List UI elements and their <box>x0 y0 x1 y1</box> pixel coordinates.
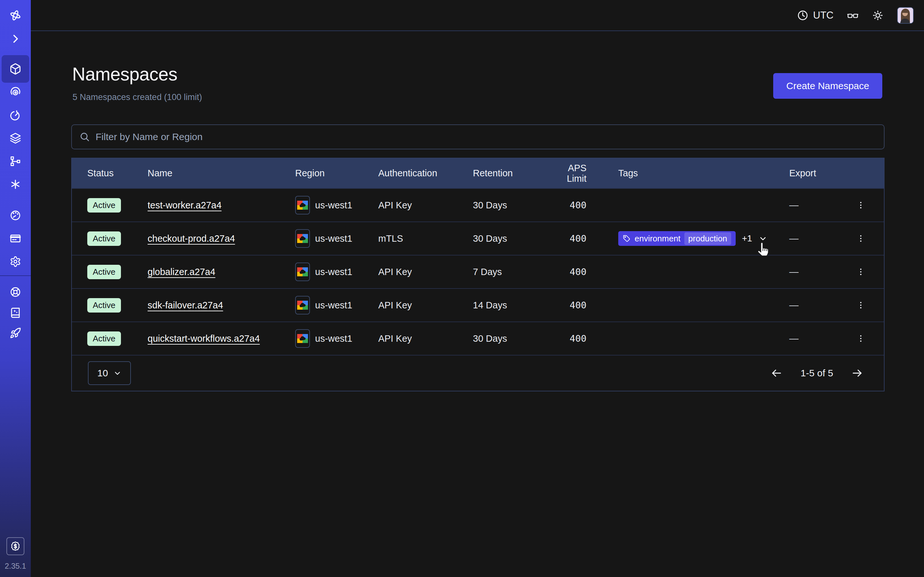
next-page-button[interactable] <box>851 367 863 379</box>
namespace-link[interactable]: globalizer.a27a4 <box>148 267 215 277</box>
namespace-link[interactable]: checkout-prod.a27a4 <box>148 234 235 243</box>
aps-limit-value: 400 <box>546 266 586 277</box>
sidebar-item-support[interactable] <box>0 280 31 303</box>
status-badge: Active <box>87 298 121 313</box>
table-row: Active checkout-prod.a27a4 us-west1 mTLS… <box>72 221 884 255</box>
create-namespace-button[interactable]: Create Namespace <box>773 73 882 99</box>
row-menu-button[interactable] <box>837 300 884 310</box>
status-badge: Active <box>87 198 121 213</box>
cube-icon <box>9 63 21 75</box>
topbar: UTC <box>31 0 924 31</box>
clock-icon <box>797 10 809 21</box>
timezone-button[interactable]: UTC <box>797 10 834 21</box>
pricing-badge-button[interactable] <box>6 537 24 555</box>
row-menu-button[interactable] <box>837 267 884 277</box>
sidebar-item-getting-started[interactable] <box>0 322 31 345</box>
namespaces-table: Status Name Region Authentication Retent… <box>71 158 885 392</box>
auth-label: API Key <box>378 200 473 211</box>
col-header-name: Name <box>148 168 295 179</box>
region-label: us-west1 <box>315 200 352 211</box>
export-value: — <box>789 300 837 311</box>
status-badge: Active <box>87 332 121 346</box>
timezone-label: UTC <box>813 10 834 21</box>
aps-limit-value: 400 <box>546 233 586 244</box>
gauge-icon <box>10 210 21 221</box>
sidebar-item-billing[interactable] <box>0 227 31 250</box>
auth-label: mTLS <box>378 234 473 244</box>
previous-page-button[interactable] <box>771 367 782 379</box>
tag-key: environment <box>635 234 680 243</box>
sidebar-divider <box>0 276 31 276</box>
tag-icon <box>623 235 631 243</box>
status-badge: Active <box>87 265 121 279</box>
col-header-export: Export <box>789 168 837 179</box>
sidebar-item-schedules[interactable] <box>0 103 31 127</box>
sidebar-item-workflows[interactable] <box>0 81 31 103</box>
table-row: Active test-worker.a27a4 us-west1 API Ke… <box>72 188 884 221</box>
retention-label: 30 Days <box>473 234 546 244</box>
badge-dollar-icon <box>10 541 21 552</box>
avatar[interactable] <box>897 7 914 24</box>
sun-icon <box>872 10 884 21</box>
sidebar-item-usage[interactable] <box>0 204 31 227</box>
namespace-link[interactable]: sdk-failover.a27a4 <box>148 300 223 310</box>
rocket-icon <box>10 327 21 339</box>
sidebar-item-deployments[interactable] <box>0 127 31 150</box>
namespace-link[interactable]: test-worker.a27a4 <box>148 200 222 210</box>
sidebar-item-namespaces[interactable] <box>2 55 29 83</box>
sidebar: 2.35.1 <box>0 0 31 577</box>
app-version: 2.35.1 <box>0 562 31 571</box>
row-menu-button[interactable] <box>837 334 884 343</box>
gcp-logo-icon <box>295 329 310 348</box>
table-row: Active sdk-failover.a27a4 us-west1 API K… <box>72 288 884 322</box>
gcp-logo-icon <box>295 296 310 314</box>
export-value: — <box>789 267 837 277</box>
filter-input[interactable] <box>95 131 876 142</box>
sidebar-item-docs[interactable] <box>0 301 31 324</box>
pagination-range: 1-5 of 5 <box>800 367 833 379</box>
export-value: — <box>789 200 837 211</box>
row-menu-button[interactable] <box>837 200 884 210</box>
tags-expand-button[interactable] <box>758 234 767 243</box>
auth-label: API Key <box>378 300 473 311</box>
row-menu-button[interactable] <box>837 234 884 243</box>
col-header-status: Status <box>87 168 148 179</box>
billing-card-icon <box>10 233 21 244</box>
pagination: 1-5 of 5 <box>771 367 863 379</box>
sidebar-expand-button[interactable] <box>0 27 31 50</box>
sidebar-item-workers[interactable] <box>0 150 31 173</box>
table-header-row: Status Name Region Authentication Retent… <box>72 158 884 188</box>
chevron-down-icon <box>113 369 121 377</box>
table-row: Active quickstart-workflows.a27a4 us-wes… <box>72 322 884 355</box>
page-title: Namespaces <box>72 63 178 85</box>
aps-limit-value: 400 <box>546 333 586 344</box>
table-row: Active globalizer.a27a4 us-west1 API Key… <box>72 255 884 288</box>
asterisk-icon <box>10 179 21 190</box>
data-encoder-button[interactable] <box>847 10 859 21</box>
col-header-region: Region <box>295 168 378 179</box>
timer-icon <box>10 109 21 121</box>
branch-icon <box>10 155 21 167</box>
sidebar-item-nexus[interactable] <box>0 173 31 196</box>
temporal-logo-icon <box>10 10 21 21</box>
namespace-link[interactable]: quickstart-workflows.a27a4 <box>148 334 260 343</box>
sidebar-item-settings[interactable] <box>0 250 31 273</box>
table-footer: 10 1-5 of 5 <box>72 355 884 391</box>
temporal-logo-button[interactable] <box>0 4 31 27</box>
book-sparkles-icon <box>10 307 21 318</box>
region-label: us-west1 <box>315 300 352 311</box>
lifebuoy-icon <box>10 286 21 298</box>
retention-label: 14 Days <box>473 300 546 311</box>
export-value: — <box>789 234 837 244</box>
col-header-authentication: Authentication <box>378 168 473 179</box>
gcp-logo-icon <box>295 229 310 248</box>
page-size-value: 10 <box>97 367 108 379</box>
tag-value: production <box>684 232 731 245</box>
page-size-select[interactable]: 10 <box>88 361 131 385</box>
tag-chip[interactable]: environment production <box>618 231 736 246</box>
search-icon <box>79 132 90 142</box>
theme-toggle-button[interactable] <box>872 10 884 21</box>
aps-limit-value: 400 <box>546 200 586 211</box>
col-header-aps-limit: APS Limit <box>546 163 586 184</box>
region-label: us-west1 <box>315 334 352 344</box>
